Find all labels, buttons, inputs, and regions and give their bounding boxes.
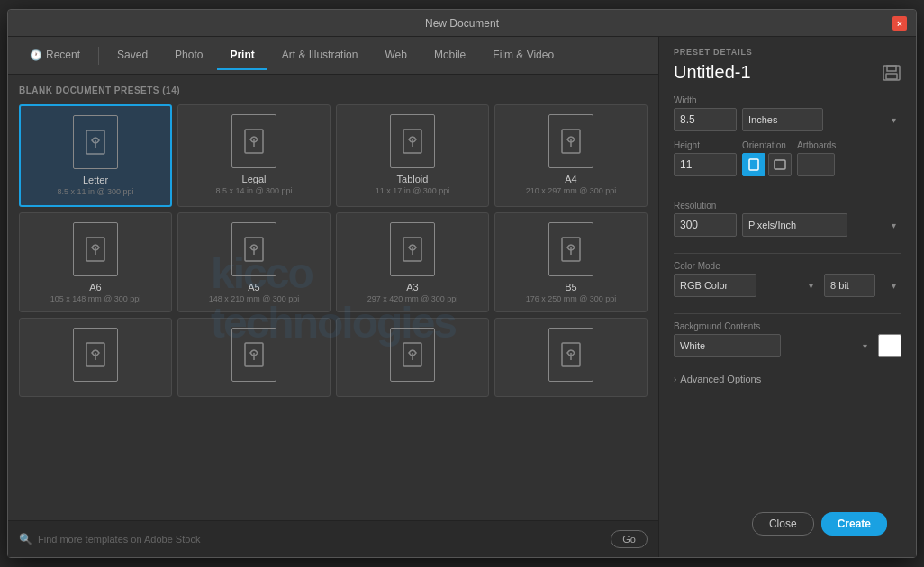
preset-legal-icon (231, 114, 276, 168)
width-label: Width (674, 95, 901, 105)
height-input[interactable] (674, 153, 737, 176)
resolution-label: Resolution (674, 201, 901, 211)
preset-legal-name: Legal (242, 174, 267, 184)
preset-p1-icon (73, 328, 118, 382)
resolution-input[interactable] (674, 213, 737, 237)
preset-legal-desc: 8.5 x 14 in @ 300 ppi (215, 186, 292, 197)
search-go-button[interactable]: Go (611, 530, 648, 548)
preset-b5[interactable]: B5 176 x 250 mm @ 300 ppi (494, 212, 648, 313)
preset-b5-name: B5 (565, 282, 576, 292)
svg-rect-26 (886, 74, 897, 79)
color-mode-field-row: Color Mode RGB Color CMYK Color Grayscal… (674, 261, 901, 297)
new-document-dialog: New Document × 🕐Recent Saved Photo Print… (7, 9, 917, 558)
close-button[interactable]: Close (752, 512, 814, 536)
tab-recent[interactable]: 🕐Recent (17, 41, 93, 70)
width-field-row: Width Inches Millimeters Pixels Centimet… (674, 95, 901, 131)
color-mode-select-wrap: RGB Color CMYK Color Grayscale (674, 274, 819, 297)
search-placeholder: Find more templates on Adobe Stock (38, 534, 200, 544)
tab-saved[interactable]: Saved (104, 41, 160, 70)
height-field: Height (674, 140, 737, 176)
width-unit-select[interactable]: Inches Millimeters Pixels Centimeters (742, 108, 823, 131)
preset-a5-desc: 148 x 210 mm @ 300 ppi (209, 294, 300, 305)
tab-film-video[interactable]: Film & Video (480, 41, 566, 70)
dialog-body: 🕐Recent Saved Photo Print Art & Illustra… (8, 37, 916, 557)
bg-color-swatch[interactable] (878, 334, 901, 357)
svg-rect-25 (887, 66, 896, 71)
artboards-input[interactable] (797, 153, 835, 176)
title-bar: New Document × (8, 10, 916, 37)
color-mode-select[interactable]: RGB Color CMYK Color Grayscale (674, 274, 756, 297)
preset-tabloid[interactable]: Tabloid 11 x 17 in @ 300 ppi (336, 104, 489, 207)
window-close-button[interactable]: × (892, 16, 907, 31)
presets-grid-row1: Letter 8.5 x 11 in @ 300 ppi Legal (19, 104, 648, 207)
tab-photo[interactable]: Photo (162, 41, 215, 70)
clock-icon: 🕐 (30, 50, 42, 61)
doc-title-row: Untitled-1 (674, 62, 901, 83)
preset-p4[interactable] (494, 318, 648, 397)
preset-tabloid-name: Tabloid (397, 174, 429, 184)
preset-p3[interactable] (336, 318, 489, 397)
artboards-field: Artboards (797, 140, 836, 176)
height-orientation-row: Height Orientation (674, 140, 901, 176)
tab-web[interactable]: Web (372, 41, 419, 70)
preset-letter-name: Letter (83, 175, 108, 185)
preset-p3-icon (390, 328, 435, 382)
preset-letter-icon (73, 115, 118, 169)
search-bar: 🔍 Find more templates on Adobe Stock Go (8, 520, 658, 557)
advanced-options-toggle[interactable]: › Advanced Options (674, 374, 901, 384)
preset-details-label: PRESET DETAILS (674, 48, 901, 57)
right-panel: PRESET DETAILS Untitled-1 Width (659, 37, 916, 557)
preset-a5[interactable]: A5 148 x 210 mm @ 300 ppi (177, 212, 331, 313)
preset-a5-name: A5 (248, 282, 259, 292)
preset-letter-desc: 8.5 x 11 in @ 300 ppi (57, 187, 133, 198)
divider-2 (674, 253, 901, 254)
preset-tabloid-desc: 11 x 17 in @ 300 ppi (376, 186, 450, 197)
preset-a4-icon (548, 114, 593, 168)
bg-contents-row: White Black Transparent Background Color (674, 334, 901, 357)
advanced-options-label: Advanced Options (680, 374, 761, 384)
preset-a3[interactable]: A3 297 x 420 mm @ 300 ppi (336, 212, 489, 313)
portrait-button[interactable] (742, 153, 765, 176)
preset-p2[interactable] (177, 318, 331, 397)
artboards-label: Artboards (797, 140, 836, 150)
bg-contents-select-wrap: White Black Transparent Background Color (674, 334, 873, 357)
document-title-input[interactable]: Untitled-1 (674, 62, 751, 83)
preset-p2-icon (231, 328, 276, 382)
tab-divider (98, 47, 99, 65)
dialog-title: New Document (425, 17, 499, 30)
svg-rect-28 (775, 160, 785, 169)
save-preset-button[interactable] (882, 63, 901, 83)
tab-print[interactable]: Print (217, 41, 267, 70)
resolution-unit-select[interactable]: Pixels/Inch Pixels/Centimeter (742, 213, 847, 237)
tab-mobile[interactable]: Mobile (421, 41, 478, 70)
width-unit-select-wrap: Inches Millimeters Pixels Centimeters (742, 108, 901, 131)
color-mode-label: Color Mode (674, 261, 901, 271)
preset-a3-name: A3 (406, 282, 418, 292)
width-input[interactable] (674, 108, 737, 131)
preset-a6-name: A6 (89, 282, 101, 292)
create-button[interactable]: Create (821, 512, 887, 536)
color-depth-select[interactable]: 8 bit 16 bit 32 bit (824, 274, 875, 297)
svg-rect-27 (749, 159, 758, 170)
preset-b5-desc: 176 x 250 mm @ 300 ppi (526, 294, 617, 305)
preset-a4-name: A4 (565, 174, 576, 184)
orientation-label: Orientation (742, 140, 792, 150)
divider-1 (674, 193, 901, 194)
tab-art-illustration[interactable]: Art & Illustration (269, 41, 371, 70)
resolution-field-row: Resolution Pixels/Inch Pixels/Centimeter (674, 201, 901, 237)
preset-a4[interactable]: A4 210 x 297 mm @ 300 ppi (494, 104, 648, 207)
preset-letter[interactable]: Letter 8.5 x 11 in @ 300 ppi (19, 104, 172, 207)
presets-area: BLANK DOCUMENT PRESETS (14) kiccotechnol… (8, 75, 658, 520)
preset-p1[interactable] (19, 318, 172, 397)
preset-legal[interactable]: Legal 8.5 x 14 in @ 300 ppi (177, 104, 331, 207)
preset-a3-desc: 297 x 420 mm @ 300 ppi (367, 294, 458, 305)
landscape-button[interactable] (768, 153, 792, 176)
bg-contents-select[interactable]: White Black Transparent Background Color (674, 334, 781, 357)
preset-a6[interactable]: A6 105 x 148 mm @ 300 ppi (19, 212, 172, 313)
presets-grid-row3 (19, 318, 648, 397)
height-label: Height (674, 140, 737, 150)
preset-a6-desc: 105 x 148 mm @ 300 ppi (50, 294, 141, 305)
bg-contents-field-row: Background Contents White Black Transpar… (674, 321, 901, 357)
chevron-right-icon: › (674, 374, 676, 384)
orientation-field: Orientation (742, 140, 792, 176)
